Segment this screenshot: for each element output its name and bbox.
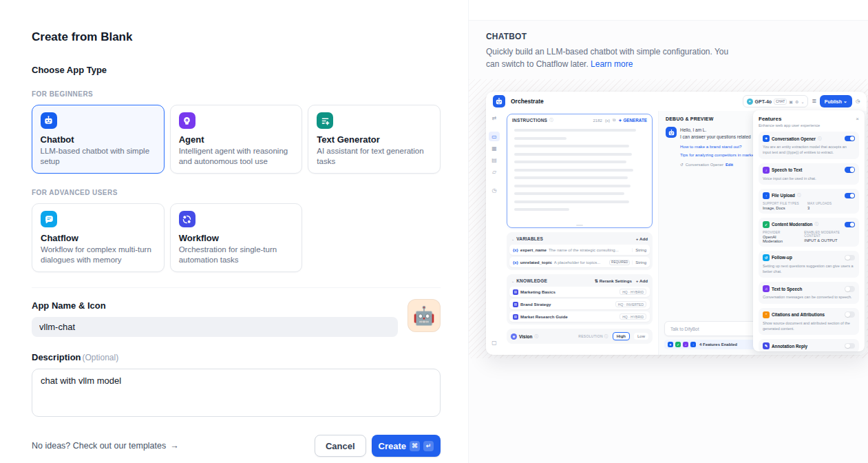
resolution-low-button: Low xyxy=(634,333,648,340)
speaker-icon: ♫ xyxy=(763,285,770,292)
char-count: 2182 xyxy=(593,119,602,123)
expand-icon: ▢ xyxy=(489,338,500,347)
file-upload-toggle xyxy=(845,193,855,199)
cmd-key-icon: ⌘ xyxy=(410,441,420,451)
chatbot-icon xyxy=(41,112,57,129)
card-desc: Intelligent agent with reasoning and aut… xyxy=(179,146,294,167)
robot-emoji-icon: 🤖 xyxy=(413,305,435,327)
info-icon: ⓘ xyxy=(534,334,538,339)
logs-icon: ▤ xyxy=(489,155,500,165)
close-icon: × xyxy=(856,116,859,122)
feature-card-citations: ” Citations and Attributions Show source… xyxy=(759,308,859,336)
preview-header: CHATBOT Quickly build an LLM-based chatb… xyxy=(469,21,868,70)
preview-heading: CHATBOT xyxy=(486,32,851,41)
pv-topbar-right: ✦ GPT-4o CHAT ▣ ⚙ ⌄ ☰ Publish ⌄ ◷ xyxy=(743,95,860,107)
file-upload-icon: ↑ xyxy=(763,192,770,199)
cancel-button[interactable]: Cancel xyxy=(315,435,366,457)
footer-buttons: Cancel Create ⌘ ↵ xyxy=(315,435,441,457)
card-title: Text Generator xyxy=(317,134,432,145)
gallery-icon: ▦ xyxy=(489,143,500,153)
preview-topbar-strip xyxy=(469,0,868,21)
templates-link[interactable]: No ideas? Check out our templates → xyxy=(32,441,179,451)
variable-icon: {x} xyxy=(605,119,610,123)
feature-card-conversation-opener: ✦ Conversation Opener ⓘ You are an entit… xyxy=(759,132,859,159)
page-title: Create from Blank xyxy=(32,30,441,44)
variable-type: String xyxy=(632,248,646,252)
info-icon: ⓘ xyxy=(797,193,801,198)
rerank-settings-button: ⇅ Rerank Settings xyxy=(595,278,632,283)
rerank-icon: ⇅ xyxy=(595,278,598,283)
text-generator-icon xyxy=(317,112,333,129)
opener-icon: ↺ xyxy=(680,162,684,168)
speech-mini-icon: ♪ xyxy=(683,342,688,347)
variable-row: {x} expert_name The name of the strategi… xyxy=(509,245,650,255)
modal-footer: No ideas? Check out our templates → Canc… xyxy=(32,435,441,457)
chevron-down-icon: ⌄ xyxy=(511,237,514,241)
content-moderation-toggle xyxy=(845,222,855,228)
card-title: Chatbot xyxy=(41,134,156,145)
required-badge: REQUIRED xyxy=(609,260,630,265)
text-to-speech-toggle xyxy=(845,286,855,292)
section-divider xyxy=(32,287,441,288)
model-mode-badge: CHAT xyxy=(774,99,787,105)
card-desc: Orchestration for single-turn automation… xyxy=(179,245,294,265)
app-name-input[interactable] xyxy=(32,317,398,337)
conversation-opener-toggle xyxy=(845,136,855,142)
feature-card-file-upload: ↑ File Upload ⓘ SUPPORT FILE TYPESImage,… xyxy=(759,189,859,214)
variables-panel: ⌄ VARIABLES + Add {x} expert_name The na… xyxy=(507,232,653,270)
file-upload-mini-icon: ↑ xyxy=(690,342,696,347)
chevron-down-icon: ⌄ xyxy=(843,99,847,104)
for-advanced-users-label: FOR ADVANCED USERS xyxy=(32,189,441,196)
knowledge-panel: ⌄ KNOWLEDGE ⇅ Rerank Settings + Add ▤ Ma… xyxy=(507,274,653,325)
variable-icon: {x} xyxy=(513,260,518,265)
card-desc: LLM-based chatbot with simple setup xyxy=(41,146,156,167)
info-icon: ⓘ xyxy=(818,136,822,141)
agent-icon xyxy=(179,112,195,129)
sliders-icon: ☰ xyxy=(812,99,816,104)
follow-up-toggle xyxy=(845,255,855,261)
preview-image-area: Orchestrate ✦ GPT-4o CHAT ▣ ⚙ ⌄ ☰ Publis xyxy=(469,79,868,358)
card-title: Workflow xyxy=(179,233,294,243)
follow-up-icon: ↺ xyxy=(763,254,770,261)
vision-setting: ◉ Vision ⓘ RESOLUTIONⓘ High Low xyxy=(507,329,653,344)
create-app-modal: Create from Blank Choose App Type FOR BE… xyxy=(0,0,868,463)
citations-toggle xyxy=(845,311,855,318)
feature-card-text-to-speech: ♫ Text to Speech Conversation messages c… xyxy=(759,282,859,303)
app-type-card-chatbot[interactable]: Chatbot LLM-based chatbot with simple se… xyxy=(32,105,165,174)
retrieval-badge: HQ · INVERTED xyxy=(615,301,646,307)
info-icon: ⓘ xyxy=(604,334,608,339)
feature-card-annotation-reply: ✎ Annotation Reply xyxy=(759,339,859,351)
app-type-card-chatflow[interactable]: Chatflow Workflow for complex multi-turn… xyxy=(32,203,165,272)
description-block: Description(Optional) chat with vllm mod… xyxy=(32,351,441,417)
description-input[interactable]: chat with vllm model xyxy=(32,369,441,417)
chevron-down-icon: ⌄ xyxy=(801,99,804,104)
params-gear-icon: ⚙ xyxy=(795,99,798,104)
model-selector: ✦ GPT-4o CHAT ▣ ⚙ ⌄ xyxy=(743,95,809,107)
annotation-reply-toggle xyxy=(845,343,855,349)
bot-avatar-icon xyxy=(666,127,677,138)
retrieval-badge: HQ · HYBRID xyxy=(620,289,646,295)
sparkle-icon: ✦ xyxy=(618,118,622,123)
variable-type: String xyxy=(632,260,646,265)
app-type-card-agent[interactable]: Agent Intelligent agent with reasoning a… xyxy=(170,105,303,174)
learn-more-link[interactable]: Learn more xyxy=(591,59,633,69)
edit-opener-link: Edit xyxy=(726,162,733,168)
model-provider-icon: ✦ xyxy=(747,99,753,105)
app-type-card-text-generator[interactable]: Text Generator AI assistant for text gen… xyxy=(308,105,441,174)
card-desc: AI assistant for text generation tasks xyxy=(317,146,432,167)
feature-card-speech-to-text: ♪ Speech to Text Voice input can be used… xyxy=(759,163,859,185)
variable-row: {x} unrelated_topic A placeholder for to… xyxy=(509,257,650,267)
beginner-cards: Chatbot LLM-based chatbot with simple se… xyxy=(32,105,441,174)
knowledge-row: ▤ Brand Strategy HQ · INVERTED xyxy=(509,299,650,309)
app-name-label: App Name & Icon xyxy=(32,300,106,311)
image-param-icon: ▣ xyxy=(789,99,793,104)
shield-check-icon: ✓ xyxy=(763,221,770,228)
create-button[interactable]: Create ⌘ ↵ xyxy=(372,435,441,457)
enter-key-icon: ↵ xyxy=(423,441,434,451)
app-icon-button[interactable]: 🤖 xyxy=(407,299,441,332)
card-title: Chatflow xyxy=(41,233,156,243)
moderation-mini-icon: ✓ xyxy=(675,342,681,347)
feature-card-content-moderation: ✓ Content Moderation ⓘ PROVIDEROpenAI Mo… xyxy=(759,218,859,247)
history-icon: ◷ xyxy=(856,99,860,104)
app-type-card-workflow[interactable]: Workflow Orchestration for single-turn a… xyxy=(170,203,303,272)
